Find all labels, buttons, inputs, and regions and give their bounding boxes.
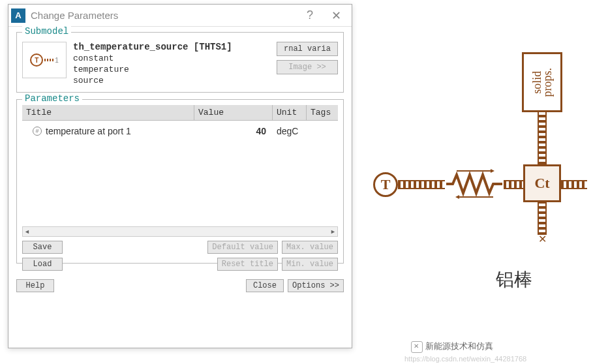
thermal-capacitance-block: Ct [523,164,561,202]
table-row[interactable]: # temperature at port 1 40 degC [22,121,338,142]
help-button[interactable]: Help [16,279,54,292]
solid-props-block: solid props. [522,52,562,112]
vertical-connector [538,112,547,164]
parameters-group: Parameters Title Value Unit Tags # tempe… [16,99,344,264]
submodel-group: Submodel T 1 th_temperature_source [THTS… [16,32,344,93]
close-button[interactable]: Close [246,279,284,292]
image-button[interactable]: Image >> [277,60,338,74]
submodel-group-title: Submodel [22,26,71,37]
external-variable-button[interactable]: rnal varia [277,42,338,56]
reset-title-button[interactable]: Reset title [217,258,278,271]
submodel-icon: T 1 [22,42,67,78]
horizontal-connector [504,180,523,189]
wechat-icon [411,341,423,353]
port-number: 1 [55,57,59,64]
diagram-label-cn: 铝棒 [496,267,532,292]
port-connector-icon [44,59,53,61]
thermal-diagram: solid props. T Ct 铝棒 [365,52,587,326]
dialog-content: Submodel T 1 th_temperature_source [THTS… [8,27,352,275]
help-titlebar-button[interactable]: ? [297,6,323,25]
param-value[interactable]: 40 [194,125,273,138]
min-value-button[interactable]: Min. value [282,258,338,271]
parameters-table: Title Value Unit Tags # temperature at p… [22,105,338,237]
param-tags [307,125,338,138]
watermark-url: https://blog.csdn.net/weixin_44281768 [404,355,526,363]
vertical-connector [538,202,547,235]
dialog-title: Change Parameters [31,10,297,21]
horizontal-connector [398,180,445,189]
parameters-group-title: Parameters [22,93,82,104]
hash-icon: # [33,127,42,136]
parameters-body: # temperature at port 1 40 degC [22,121,338,224]
submodel-desc-line: source [73,76,338,87]
param-unit[interactable]: degC [273,125,307,138]
header-title[interactable]: Title [22,105,194,120]
options-button[interactable]: Options >> [288,279,344,292]
save-button[interactable]: Save [22,241,63,254]
titlebar: A Change Parameters ? ✕ [8,5,352,27]
temperature-source-block: T [373,172,398,197]
max-value-button[interactable]: Max. value [282,241,338,254]
load-button[interactable]: Load [22,258,63,271]
default-value-button[interactable]: Default value [207,241,278,254]
parameters-header: Title Value Unit Tags [22,105,338,121]
thermal-resistor-block [445,168,504,200]
header-tags[interactable]: Tags [307,105,338,120]
app-icon: A [11,8,25,23]
temperature-source-icon: T [30,53,43,67]
horizontal-scrollbar[interactable]: ◄► [22,226,338,237]
horizontal-connector [561,180,587,189]
header-unit[interactable]: Unit [273,105,307,120]
change-parameters-dialog: A Change Parameters ? ✕ Submodel T 1 th_… [8,4,352,348]
param-title: temperature at port 1 [46,126,131,136]
solid-props-label: props. [541,68,554,97]
watermark-text: 新能源技术和仿真 [411,341,493,353]
header-value[interactable]: Value [194,105,273,120]
dialog-footer: Help Close Options >> [8,275,352,299]
close-titlebar-button[interactable]: ✕ [323,6,349,25]
